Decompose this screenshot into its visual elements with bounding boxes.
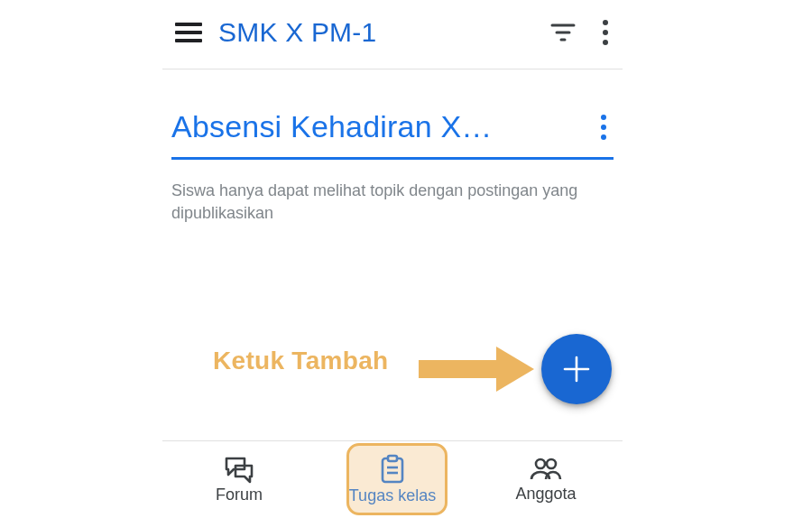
plus-icon bbox=[561, 354, 592, 384]
add-fab[interactable] bbox=[541, 334, 612, 404]
svg-marker-4 bbox=[496, 347, 534, 392]
clipboard-icon bbox=[379, 454, 406, 485]
people-icon bbox=[528, 456, 564, 483]
svg-rect-8 bbox=[388, 456, 397, 461]
tab-classwork[interactable]: Tugas kelas bbox=[316, 440, 469, 518]
menu-icon[interactable] bbox=[175, 23, 202, 42]
appbar: SMK X PM-1 bbox=[162, 0, 623, 69]
topic-visibility-note: Siswa hanya dapat melihat topik dengan p… bbox=[162, 160, 595, 225]
overflow-icon[interactable] bbox=[595, 16, 615, 49]
phone-frame: SMK X PM-1 Absensi Kehadiran X… bbox=[162, 0, 623, 518]
screenshot-stage: SMK X PM-1 Absensi Kehadiran X… bbox=[0, 0, 812, 518]
class-title[interactable]: SMK X PM-1 bbox=[218, 17, 550, 48]
bottom-nav: Forum Tugas kelas bbox=[162, 440, 623, 518]
tab-classwork-label: Tugas kelas bbox=[349, 486, 436, 505]
tab-forum[interactable]: Forum bbox=[162, 440, 316, 518]
tab-forum-label: Forum bbox=[216, 486, 263, 504]
tab-people-label: Anggota bbox=[515, 485, 576, 504]
svg-rect-3 bbox=[419, 360, 498, 378]
svg-point-11 bbox=[536, 459, 545, 468]
svg-point-12 bbox=[547, 459, 556, 468]
tab-people[interactable]: Anggota bbox=[469, 440, 623, 518]
topic-title[interactable]: Absensi Kehadiran X… bbox=[171, 109, 588, 144]
topic-overflow-icon[interactable] bbox=[594, 111, 614, 143]
filter-icon[interactable] bbox=[550, 22, 576, 43]
annotation-label: Ketuk Tambah bbox=[213, 347, 388, 375]
topic-row: Absensi Kehadiran X… bbox=[162, 69, 623, 144]
forum-icon bbox=[223, 455, 255, 484]
annotation-arrow-icon bbox=[419, 345, 534, 397]
